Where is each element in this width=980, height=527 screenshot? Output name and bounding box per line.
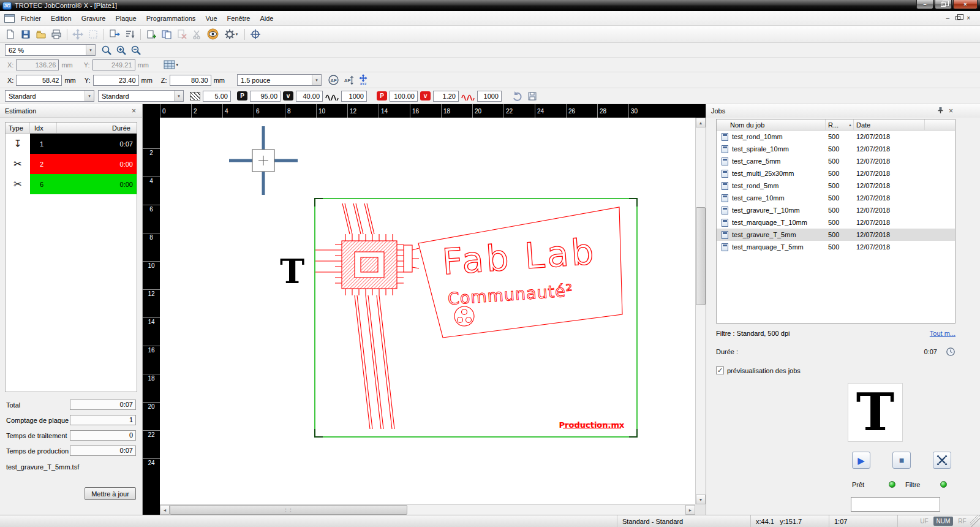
job-row[interactable]: test_spirale_10mm 500 12/07/2018 — [717, 143, 955, 155]
recalculate-duration-button[interactable] — [946, 347, 956, 357]
round-logo[interactable] — [454, 306, 474, 326]
job-row[interactable]: test_rond_10mm 500 12/07/2018 — [717, 131, 955, 143]
save-button[interactable] — [18, 27, 33, 42]
vertical-scroll-thumb[interactable] — [696, 207, 706, 305]
autofocus-move-button[interactable]: AF — [341, 73, 356, 88]
job-row[interactable]: test_gravure_T_10mm 500 12/07/2018 — [717, 204, 955, 216]
cut-job-button[interactable] — [190, 27, 205, 42]
job-row[interactable]: test_carre_10mm 500 12/07/2018 — [717, 192, 955, 204]
column-header-resolution[interactable]: R...▲ — [826, 119, 854, 130]
job-row[interactable]: test_marquage_T_5mm 500 12/07/2018 — [717, 241, 955, 253]
material-group-combo[interactable]: Standard ▾ — [5, 90, 94, 102]
job-row[interactable]: test_marquage_T_10mm 500 12/07/2018 — [717, 216, 955, 229]
preview-checkbox[interactable]: ✓ — [716, 366, 724, 374]
lens-combo[interactable]: 1.5 pouce ▾ — [237, 74, 322, 86]
production-marking[interactable]: Production.mx — [559, 420, 625, 430]
scroll-up-button[interactable]: ▲ — [696, 118, 706, 127]
cut-frequency-field[interactable]: 1000 — [477, 91, 502, 102]
window-close-button[interactable]: × — [953, 0, 978, 9]
column-header-job-name[interactable]: Nom du job — [717, 119, 826, 130]
job-row[interactable]: test_carre_5mm 500 12/07/2018 — [717, 155, 955, 167]
job-search-input[interactable] — [851, 497, 940, 512]
menu-item[interactable]: Edition — [46, 12, 77, 25]
column-header-date[interactable]: Date — [854, 119, 925, 130]
menu-item[interactable]: Vue — [200, 12, 222, 25]
add-plate-button[interactable] — [144, 27, 159, 42]
menu-item[interactable]: Fichier — [16, 12, 46, 25]
settings-gear-button[interactable]: ▾ — [221, 27, 241, 42]
laser-marker-button[interactable] — [248, 27, 263, 42]
selection-frame-button[interactable] — [86, 27, 100, 42]
laser-y-field[interactable]: 23.40 — [93, 75, 139, 86]
cut-speed-field[interactable]: 1.20 — [433, 91, 459, 102]
undo-parameters-button[interactable] — [510, 89, 525, 104]
laser-x-field[interactable]: 58.42 — [16, 75, 62, 86]
laser-x-label: X: — [7, 77, 13, 84]
zoom-out-button[interactable] — [129, 43, 143, 58]
zoom-level-combo[interactable]: 62 % ▾ — [5, 44, 96, 56]
mdi-restore-icon[interactable] — [956, 16, 960, 20]
update-button[interactable]: Mettre à jour — [85, 487, 136, 500]
mdi-minimize-icon[interactable]: – — [946, 15, 950, 21]
plate-canvas[interactable]: T — [160, 118, 695, 504]
new-job-button[interactable] — [3, 27, 18, 42]
engrave-speed-field[interactable]: 40.00 — [296, 91, 323, 102]
window-minimize-button[interactable]: – — [916, 0, 933, 9]
remove-job-button[interactable] — [175, 27, 189, 42]
pin-icon[interactable] — [937, 107, 944, 115]
window-maximize-button[interactable] — [935, 0, 952, 9]
duplicate-plate-button[interactable] — [159, 27, 174, 42]
estimation-row[interactable]: ✂ 6 0:00 — [6, 174, 137, 194]
move-elements-button[interactable] — [70, 27, 85, 42]
scroll-down-button[interactable]: ▼ — [696, 495, 706, 504]
laser-z-field[interactable]: 80.30 — [170, 75, 211, 86]
engrave-power-field[interactable]: 95.00 — [250, 91, 281, 102]
job-to-plate-button[interactable] — [107, 27, 122, 42]
plate-document-icon[interactable] — [2, 14, 16, 23]
fab-lab-text[interactable]: Fab Lab — [441, 230, 598, 282]
wysiwyg-eye-button[interactable] — [205, 27, 220, 42]
material-name-value: Standard — [102, 93, 129, 100]
scroll-left-button[interactable]: ◄ — [160, 505, 170, 515]
menu-item[interactable]: Programmations — [141, 12, 201, 25]
stop-job-button[interactable]: ■ — [892, 452, 911, 469]
engrave-frequency-field[interactable]: 1000 — [341, 91, 367, 102]
cut-power-field[interactable]: 100.00 — [390, 91, 418, 102]
save-parameters-button[interactable] — [525, 89, 540, 104]
communaute-text[interactable]: Communauté² — [447, 281, 574, 308]
column-header-idx[interactable]: Idx — [30, 123, 57, 133]
zoom-in-button[interactable] — [114, 43, 129, 58]
menu-item[interactable]: Gravure — [77, 12, 111, 25]
scroll-right-button[interactable]: ► — [685, 505, 695, 515]
mdi-close-icon[interactable]: × — [967, 15, 970, 21]
move-xyz-button[interactable]: XYZ — [356, 73, 371, 88]
menu-item[interactable]: Plaque — [110, 12, 141, 25]
job-row[interactable]: test_multi_25x30mm 500 12/07/2018 — [717, 167, 955, 180]
start-job-button[interactable]: ▶ — [852, 452, 870, 469]
resize-grip[interactable] — [970, 515, 980, 527]
column-header-duration[interactable]: Durée — [57, 124, 137, 132]
autofocus-button[interactable]: AF — [326, 73, 341, 88]
plate-select-button[interactable]: ▾ — [160, 58, 182, 72]
estimation-row[interactable]: ↧ 1 0:07 — [6, 134, 137, 154]
engrave-letter-t[interactable]: T — [280, 252, 304, 291]
thickness-field[interactable]: 5.00 — [203, 91, 231, 102]
horizontal-scrollbar[interactable]: ◄ ⋮⋮ ► — [160, 504, 695, 515]
zoom-tool-button[interactable] — [99, 43, 114, 58]
estimation-row[interactable]: ✂ 2 0:00 — [6, 154, 137, 174]
open-job-button[interactable] — [34, 27, 48, 42]
close-icon[interactable]: × — [949, 107, 953, 115]
menu-item[interactable]: Fenêtre — [222, 12, 255, 25]
job-row[interactable]: test_rond_5mm 500 12/07/2018 — [717, 180, 955, 192]
material-name-combo[interactable]: Standard ▾ — [98, 90, 184, 102]
sort-jobs-button[interactable] — [123, 27, 137, 42]
job-row[interactable]: test_gravure_T_5mm 500 12/07/2018 — [717, 229, 955, 241]
menu-item[interactable]: Aide — [255, 12, 278, 25]
close-icon[interactable]: × — [130, 107, 137, 115]
horizontal-scroll-thumb[interactable]: ⋮⋮ — [170, 505, 407, 515]
vertical-scrollbar[interactable]: ▲ ▼ — [695, 118, 706, 504]
laser-position-button[interactable] — [933, 452, 951, 469]
column-header-type[interactable]: Type — [6, 123, 30, 133]
show-all-link[interactable]: Tout m... — [930, 330, 956, 337]
print-button[interactable] — [49, 27, 64, 42]
